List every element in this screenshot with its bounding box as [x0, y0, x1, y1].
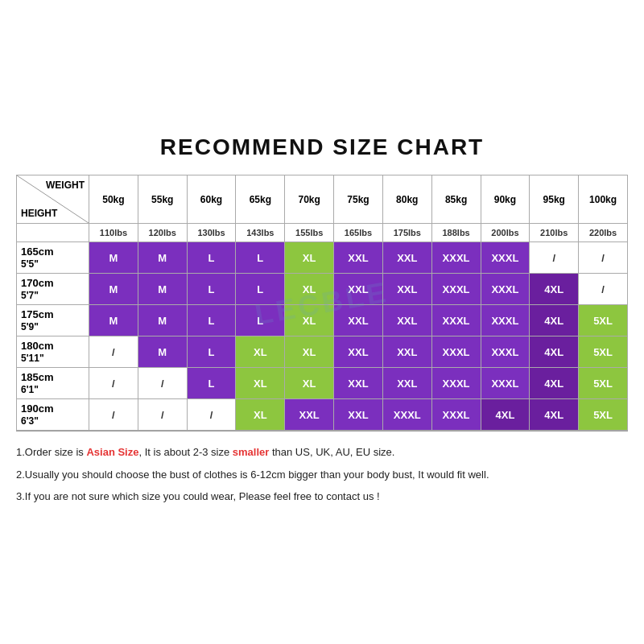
col-header-lbs-3: 143lbs	[236, 224, 285, 242]
size-cell: XL	[285, 305, 334, 336]
size-cell: M	[89, 242, 138, 274]
size-cell: XXXL	[481, 336, 530, 368]
col-header-lbs-2: 130lbs	[187, 224, 236, 242]
size-cell: M	[89, 274, 138, 305]
size-cell: M	[89, 305, 138, 336]
size-cell: 4XL	[530, 274, 579, 305]
size-cell: 4XL	[530, 399, 579, 431]
height-label: HEIGHT	[21, 208, 57, 219]
note-1-text2: , It is about 2-3 size	[138, 446, 232, 458]
note-1: 1.Order size is Asian Size, It is about …	[16, 443, 628, 461]
size-cell: XXL	[334, 399, 383, 431]
note-3: 3.If you are not sure which size you cou…	[16, 487, 628, 506]
size-cell: 4XL	[481, 399, 530, 431]
size-cell: /	[138, 399, 187, 431]
size-cell: XXL	[382, 336, 431, 368]
table-row: 165cm5'5"MMLLXLXXLXXLXXXLXXXL//	[17, 242, 628, 274]
size-cell: XL	[285, 274, 334, 305]
size-cell: M	[138, 242, 187, 274]
size-cell: XXXL	[481, 274, 530, 305]
size-cell: M	[138, 305, 187, 336]
size-cell: XXL	[334, 368, 383, 399]
size-cell: M	[138, 274, 187, 305]
size-cell: XXL	[382, 274, 431, 305]
size-cell: XXL	[382, 305, 431, 336]
size-cell: /	[89, 399, 138, 431]
note-1-highlight2: smaller	[233, 446, 270, 458]
size-cell: XXXL	[382, 399, 431, 431]
size-cell: 4XL	[530, 368, 579, 399]
size-cell: L	[187, 368, 236, 399]
col-header-lbs-10: 220lbs	[579, 224, 628, 242]
col-header-lbs-1: 120lbs	[138, 224, 187, 242]
size-cell: M	[138, 336, 187, 368]
col-header-kg-8: 90kg	[481, 175, 530, 224]
size-cell: XXL	[285, 399, 334, 431]
col-header-lbs-0: 110lbs	[89, 224, 138, 242]
size-chart-container: RECOMMEND SIZE CHART WEIGHT HEIGHT 50kg …	[8, 126, 636, 517]
row-header: 175cm5'9"	[17, 305, 89, 336]
row-header: 180cm5'11"	[17, 336, 89, 368]
note-1-text3: than US, UK, AU, EU size.	[269, 446, 394, 458]
row-header: 185cm6'1"	[17, 368, 89, 399]
col-header-kg-2: 60kg	[187, 175, 236, 224]
size-cell: L	[187, 305, 236, 336]
weight-label: WEIGHT	[46, 180, 85, 191]
size-cell: 4XL	[530, 336, 579, 368]
size-cell: L	[236, 242, 285, 274]
size-cell: /	[187, 399, 236, 431]
size-cell: XXXL	[481, 368, 530, 399]
size-cell: 4XL	[530, 305, 579, 336]
size-cell: XXXL	[431, 274, 481, 305]
size-cell: XXL	[334, 336, 383, 368]
size-cell: XXXL	[431, 305, 481, 336]
size-chart-table: WEIGHT HEIGHT 50kg 55kg 60kg 65kg 70kg 7…	[16, 175, 628, 431]
size-cell: 5XL	[579, 368, 628, 399]
size-cell: XXXL	[431, 399, 481, 431]
size-cell: 5XL	[579, 399, 628, 431]
table-row: 185cm6'1"//LXLXLXXLXXLXXXLXXXL4XL5XL	[17, 368, 628, 399]
table-row: 180cm5'11"/MLXLXLXXLXXLXXXLXXXL4XL5XL	[17, 336, 628, 368]
table-row: 170cm5'7"MMLLXLXXLXXLXXXLXXXL4XL/	[17, 274, 628, 305]
size-cell: XXL	[382, 242, 431, 274]
size-cell: /	[89, 368, 138, 399]
col-header-kg-7: 85kg	[431, 175, 481, 224]
col-header-lbs-8: 200lbs	[481, 224, 530, 242]
row-header: 170cm5'7"	[17, 274, 89, 305]
col-header-kg-9: 95kg	[530, 175, 579, 224]
size-cell: XXXL	[481, 305, 530, 336]
size-cell: /	[579, 274, 628, 305]
size-cell: L	[187, 242, 236, 274]
size-cell: /	[579, 242, 628, 274]
note-2: 2.Usually you should choose the bust of …	[16, 465, 628, 484]
size-cell: XL	[285, 242, 334, 274]
diagonal-header-cell: WEIGHT HEIGHT	[17, 175, 89, 224]
table-row: 190cm6'3"///XLXXLXXLXXXLXXXL4XL4XL5XL	[17, 399, 628, 431]
size-cell: 5XL	[579, 305, 628, 336]
lbs-spacer	[17, 224, 89, 242]
size-cell: L	[236, 274, 285, 305]
col-header-kg-6: 80kg	[382, 175, 431, 224]
size-cell: /	[89, 336, 138, 368]
row-header: 190cm6'3"	[17, 399, 89, 431]
size-cell: XXL	[382, 368, 431, 399]
size-cell: XL	[285, 336, 334, 368]
size-cell: XXXL	[431, 368, 481, 399]
size-cell: L	[187, 336, 236, 368]
col-header-lbs-6: 175lbs	[382, 224, 431, 242]
row-header: 165cm5'5"	[17, 242, 89, 274]
col-header-kg-0: 50kg	[89, 175, 138, 224]
size-cell: XXXL	[481, 242, 530, 274]
col-header-kg-5: 75kg	[334, 175, 383, 224]
size-cell: L	[236, 305, 285, 336]
size-cell: XXL	[334, 305, 383, 336]
table-row: 175cm5'9"MMLLXLXXLXXLXXXLXXXL4XL5XL	[17, 305, 628, 336]
col-header-lbs-5: 165lbs	[334, 224, 383, 242]
col-header-lbs-7: 188lbs	[431, 224, 481, 242]
size-cell: /	[138, 368, 187, 399]
col-header-kg-3: 65kg	[236, 175, 285, 224]
col-header-kg-10: 100kg	[579, 175, 628, 224]
size-cell: XXXL	[431, 336, 481, 368]
size-cell: /	[530, 242, 579, 274]
size-cell: XXL	[334, 242, 383, 274]
